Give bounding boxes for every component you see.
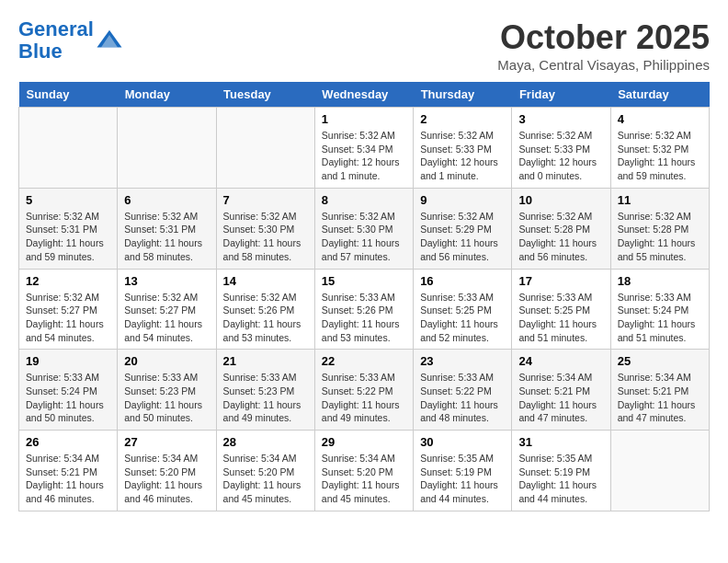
calendar-cell: 26Sunrise: 5:34 AM Sunset: 5:21 PM Dayli… bbox=[19, 431, 118, 511]
day-info: Sunrise: 5:32 AM Sunset: 5:31 PM Dayligh… bbox=[124, 210, 209, 264]
day-info: Sunrise: 5:32 AM Sunset: 5:33 PM Dayligh… bbox=[420, 129, 505, 183]
calendar-cell: 18Sunrise: 5:33 AM Sunset: 5:24 PM Dayli… bbox=[610, 269, 709, 350]
month-title: October 2025 bbox=[497, 18, 710, 57]
calendar-cell: 12Sunrise: 5:32 AM Sunset: 5:27 PM Dayli… bbox=[19, 269, 118, 350]
calendar-cell: 3Sunrise: 5:32 AM Sunset: 5:33 PM Daylig… bbox=[512, 108, 610, 189]
day-info: Sunrise: 5:33 AM Sunset: 5:24 PM Dayligh… bbox=[26, 371, 110, 425]
calendar-cell bbox=[19, 108, 118, 189]
day-number: 23 bbox=[420, 354, 505, 368]
day-info: Sunrise: 5:32 AM Sunset: 5:30 PM Dayligh… bbox=[322, 210, 406, 264]
day-info: Sunrise: 5:34 AM Sunset: 5:20 PM Dayligh… bbox=[124, 452, 209, 506]
day-number: 4 bbox=[618, 112, 702, 126]
day-info: Sunrise: 5:35 AM Sunset: 5:19 PM Dayligh… bbox=[518, 452, 603, 506]
day-number: 17 bbox=[518, 274, 603, 288]
weekday-header-sunday: Sunday bbox=[19, 82, 118, 108]
title-block: October 2025 Maya, Central Visayas, Phil… bbox=[497, 18, 710, 73]
day-number: 10 bbox=[518, 193, 603, 207]
calendar-cell: 24Sunrise: 5:34 AM Sunset: 5:21 PM Dayli… bbox=[512, 350, 610, 431]
calendar-table: SundayMondayTuesdayWednesdayThursdayFrid… bbox=[18, 82, 710, 511]
calendar-cell: 9Sunrise: 5:32 AM Sunset: 5:29 PM Daylig… bbox=[414, 188, 512, 269]
day-number: 11 bbox=[618, 193, 702, 207]
calendar-cell: 30Sunrise: 5:35 AM Sunset: 5:19 PM Dayli… bbox=[414, 431, 512, 511]
day-number: 19 bbox=[26, 354, 110, 368]
day-info: Sunrise: 5:32 AM Sunset: 5:27 PM Dayligh… bbox=[124, 291, 209, 345]
day-info: Sunrise: 5:32 AM Sunset: 5:29 PM Dayligh… bbox=[420, 210, 505, 264]
weekday-header-wednesday: Wednesday bbox=[314, 82, 413, 108]
day-info: Sunrise: 5:32 AM Sunset: 5:32 PM Dayligh… bbox=[618, 129, 702, 183]
calendar-cell: 31Sunrise: 5:35 AM Sunset: 5:19 PM Dayli… bbox=[512, 431, 610, 511]
calendar-week-row: 12Sunrise: 5:32 AM Sunset: 5:27 PM Dayli… bbox=[19, 269, 710, 350]
day-info: Sunrise: 5:32 AM Sunset: 5:28 PM Dayligh… bbox=[618, 210, 702, 264]
day-number: 28 bbox=[223, 435, 308, 449]
calendar-week-row: 19Sunrise: 5:33 AM Sunset: 5:24 PM Dayli… bbox=[19, 350, 710, 431]
weekday-header-row: SundayMondayTuesdayWednesdayThursdayFrid… bbox=[19, 82, 710, 108]
day-number: 24 bbox=[518, 354, 603, 368]
weekday-header-thursday: Thursday bbox=[414, 82, 512, 108]
calendar-cell: 20Sunrise: 5:33 AM Sunset: 5:23 PM Dayli… bbox=[118, 350, 216, 431]
day-info: Sunrise: 5:33 AM Sunset: 5:22 PM Dayligh… bbox=[322, 371, 406, 425]
calendar-cell: 22Sunrise: 5:33 AM Sunset: 5:22 PM Dayli… bbox=[314, 350, 413, 431]
day-number: 5 bbox=[26, 193, 110, 207]
weekday-header-tuesday: Tuesday bbox=[216, 82, 314, 108]
calendar-week-row: 26Sunrise: 5:34 AM Sunset: 5:21 PM Dayli… bbox=[19, 431, 710, 511]
day-number: 6 bbox=[124, 193, 209, 207]
calendar-cell bbox=[118, 108, 216, 189]
day-info: Sunrise: 5:34 AM Sunset: 5:21 PM Dayligh… bbox=[618, 371, 702, 425]
calendar-cell: 11Sunrise: 5:32 AM Sunset: 5:28 PM Dayli… bbox=[610, 188, 709, 269]
location-subtitle: Maya, Central Visayas, Philippines bbox=[497, 57, 710, 73]
day-info: Sunrise: 5:33 AM Sunset: 5:25 PM Dayligh… bbox=[518, 291, 603, 345]
day-info: Sunrise: 5:34 AM Sunset: 5:20 PM Dayligh… bbox=[223, 452, 308, 506]
page-header: GeneralBlue October 2025 Maya, Central V… bbox=[18, 18, 710, 73]
calendar-cell: 4Sunrise: 5:32 AM Sunset: 5:32 PM Daylig… bbox=[610, 108, 709, 189]
weekday-header-monday: Monday bbox=[118, 82, 216, 108]
calendar-cell: 28Sunrise: 5:34 AM Sunset: 5:20 PM Dayli… bbox=[216, 431, 314, 511]
day-number: 18 bbox=[618, 274, 702, 288]
calendar-cell: 14Sunrise: 5:32 AM Sunset: 5:26 PM Dayli… bbox=[216, 269, 314, 350]
day-number: 15 bbox=[322, 274, 406, 288]
day-number: 3 bbox=[518, 112, 603, 126]
calendar-cell: 10Sunrise: 5:32 AM Sunset: 5:28 PM Dayli… bbox=[512, 188, 610, 269]
day-info: Sunrise: 5:32 AM Sunset: 5:28 PM Dayligh… bbox=[518, 210, 603, 264]
day-number: 31 bbox=[518, 435, 603, 449]
day-number: 7 bbox=[223, 193, 308, 207]
day-info: Sunrise: 5:34 AM Sunset: 5:21 PM Dayligh… bbox=[26, 452, 110, 506]
day-number: 8 bbox=[322, 193, 406, 207]
calendar-cell: 1Sunrise: 5:32 AM Sunset: 5:34 PM Daylig… bbox=[314, 108, 413, 189]
calendar-cell: 7Sunrise: 5:32 AM Sunset: 5:30 PM Daylig… bbox=[216, 188, 314, 269]
day-number: 20 bbox=[124, 354, 209, 368]
calendar-week-row: 5Sunrise: 5:32 AM Sunset: 5:31 PM Daylig… bbox=[19, 188, 710, 269]
calendar-cell: 13Sunrise: 5:32 AM Sunset: 5:27 PM Dayli… bbox=[118, 269, 216, 350]
logo-text: GeneralBlue bbox=[18, 18, 94, 63]
day-number: 13 bbox=[124, 274, 209, 288]
calendar-cell: 8Sunrise: 5:32 AM Sunset: 5:30 PM Daylig… bbox=[314, 188, 413, 269]
weekday-header-saturday: Saturday bbox=[610, 82, 709, 108]
logo: GeneralBlue bbox=[18, 18, 123, 63]
day-number: 2 bbox=[420, 112, 505, 126]
day-info: Sunrise: 5:32 AM Sunset: 5:33 PM Dayligh… bbox=[518, 129, 603, 183]
calendar-cell: 23Sunrise: 5:33 AM Sunset: 5:22 PM Dayli… bbox=[414, 350, 512, 431]
logo-icon bbox=[96, 27, 123, 54]
day-number: 14 bbox=[223, 274, 308, 288]
day-number: 9 bbox=[420, 193, 505, 207]
calendar-cell: 27Sunrise: 5:34 AM Sunset: 5:20 PM Dayli… bbox=[118, 431, 216, 511]
day-number: 27 bbox=[124, 435, 209, 449]
day-info: Sunrise: 5:34 AM Sunset: 5:20 PM Dayligh… bbox=[322, 452, 406, 506]
calendar-cell: 19Sunrise: 5:33 AM Sunset: 5:24 PM Dayli… bbox=[19, 350, 118, 431]
calendar-cell bbox=[610, 431, 709, 511]
day-number: 30 bbox=[420, 435, 505, 449]
calendar-cell: 6Sunrise: 5:32 AM Sunset: 5:31 PM Daylig… bbox=[118, 188, 216, 269]
calendar-cell: 5Sunrise: 5:32 AM Sunset: 5:31 PM Daylig… bbox=[19, 188, 118, 269]
calendar-cell: 29Sunrise: 5:34 AM Sunset: 5:20 PM Dayli… bbox=[314, 431, 413, 511]
day-info: Sunrise: 5:34 AM Sunset: 5:21 PM Dayligh… bbox=[518, 371, 603, 425]
day-number: 1 bbox=[322, 112, 406, 126]
day-number: 16 bbox=[420, 274, 505, 288]
day-info: Sunrise: 5:33 AM Sunset: 5:22 PM Dayligh… bbox=[420, 371, 505, 425]
calendar-cell: 16Sunrise: 5:33 AM Sunset: 5:25 PM Dayli… bbox=[414, 269, 512, 350]
day-number: 21 bbox=[223, 354, 308, 368]
calendar-cell: 15Sunrise: 5:33 AM Sunset: 5:26 PM Dayli… bbox=[314, 269, 413, 350]
day-info: Sunrise: 5:32 AM Sunset: 5:31 PM Dayligh… bbox=[26, 210, 110, 264]
day-number: 25 bbox=[618, 354, 702, 368]
weekday-header-friday: Friday bbox=[512, 82, 610, 108]
day-info: Sunrise: 5:33 AM Sunset: 5:25 PM Dayligh… bbox=[420, 291, 505, 345]
day-number: 29 bbox=[322, 435, 406, 449]
